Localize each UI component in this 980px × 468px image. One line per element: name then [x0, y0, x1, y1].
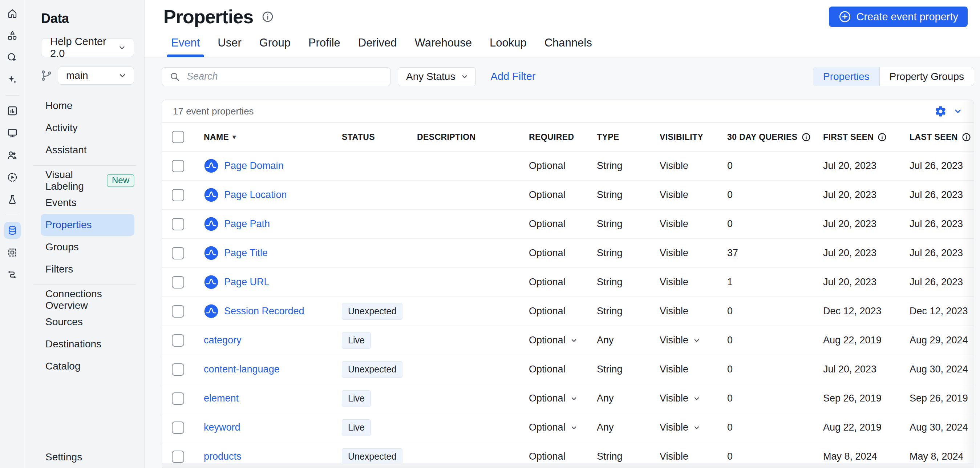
tab-derived[interactable]: Derived: [358, 36, 397, 57]
cell-dropdown[interactable]: Visible: [660, 422, 701, 433]
sidebar-item-catalog[interactable]: Catalog: [41, 355, 134, 377]
property-name-link[interactable]: keyword: [204, 422, 240, 433]
row-checkbox[interactable]: [172, 392, 184, 405]
type-cell: Any: [587, 422, 650, 433]
click-tracking-icon[interactable]: [4, 49, 21, 66]
view-toggle-property-groups[interactable]: Property Groups: [880, 67, 974, 86]
tab-profile[interactable]: Profile: [309, 36, 340, 57]
table-row-page-title: Page TitleOptionalStringVisible37Jul 20,…: [162, 239, 974, 268]
column-header-name[interactable]: NAME▾: [194, 132, 332, 142]
info-icon[interactable]: [961, 132, 971, 142]
first-seen-cell: Jul 20, 2023: [813, 364, 900, 375]
property-name-link[interactable]: Page Path: [204, 216, 270, 231]
status-filter-dropdown[interactable]: Any Status: [398, 67, 476, 86]
visibility-cell: Visible: [650, 335, 718, 346]
add-filter-link[interactable]: Add Filter: [490, 70, 535, 83]
sidebar-item-sources[interactable]: Sources: [41, 311, 134, 333]
tab-event[interactable]: Event: [171, 36, 200, 57]
sidebar-item-visual-labeling[interactable]: Visual LabelingNew: [41, 170, 134, 191]
sidebar-item-settings[interactable]: Settings: [45, 451, 144, 463]
project-selector[interactable]: Help Center 2.0: [41, 38, 134, 57]
project-selector-value: Help Center 2.0: [50, 36, 118, 60]
search-input[interactable]: [187, 71, 383, 82]
sidebar-item-events[interactable]: Events: [41, 192, 134, 214]
cell-dropdown[interactable]: Visible: [660, 335, 701, 346]
table-settings-gear-icon[interactable]: [934, 105, 947, 118]
sidebar-item-destinations[interactable]: Destinations: [41, 333, 134, 355]
property-name-link[interactable]: category: [204, 335, 242, 346]
property-name-link[interactable]: content-language: [204, 364, 280, 375]
type-cell: String: [587, 160, 650, 172]
users-icon[interactable]: [4, 147, 21, 164]
table-settings-chevron-icon[interactable]: [953, 106, 963, 116]
visibility-cell: Visible: [650, 364, 718, 375]
canvas-frame-icon[interactable]: [4, 244, 21, 261]
property-name-link[interactable]: Page Location: [204, 188, 287, 202]
row-checkbox[interactable]: [172, 276, 184, 288]
charts-icon[interactable]: [4, 102, 21, 119]
row-checkbox[interactable]: [172, 218, 184, 230]
connections-route-icon[interactable]: [4, 266, 21, 283]
cell-dropdown[interactable]: Optional: [529, 422, 578, 433]
sidebar-item-label: Home: [45, 100, 73, 111]
select-all-checkbox[interactable]: [172, 131, 184, 143]
row-checkbox[interactable]: [172, 247, 184, 259]
row-checkbox[interactable]: [172, 160, 184, 172]
status-badge: Unexpected: [342, 361, 402, 378]
cell-dropdown[interactable]: Optional: [529, 393, 578, 404]
row-checkbox[interactable]: [172, 334, 184, 347]
shapes-icon[interactable]: [4, 27, 21, 44]
property-type-tabs: EventUserGroupProfileDerivedWarehouseLoo…: [164, 36, 968, 57]
row-checkbox[interactable]: [172, 305, 184, 318]
tab-lookup[interactable]: Lookup: [490, 36, 527, 57]
sidebar-item-activity[interactable]: Activity: [41, 117, 134, 139]
create-event-property-button[interactable]: Create event property: [829, 6, 968, 27]
visibility-cell: Visible: [650, 451, 718, 462]
content-area: Any Status Add Filter PropertiesProperty…: [145, 57, 980, 468]
property-name-link[interactable]: element: [204, 393, 239, 404]
sidebar-item-filters[interactable]: Filters: [41, 258, 134, 280]
page-title-info-icon[interactable]: [261, 10, 274, 23]
cell-dropdown[interactable]: Visible: [660, 393, 701, 404]
experiment-flask-icon[interactable]: [4, 191, 21, 208]
property-name-link[interactable]: products: [204, 451, 242, 462]
tab-user[interactable]: User: [218, 36, 241, 57]
sidebar-item-label: Properties: [45, 219, 92, 231]
tab-group[interactable]: Group: [259, 36, 291, 57]
property-name-link[interactable]: Page URL: [204, 275, 269, 290]
type-cell: String: [587, 364, 650, 375]
info-icon[interactable]: [877, 132, 887, 142]
row-checkbox[interactable]: [172, 450, 184, 463]
app-icon-rail: [0, 0, 25, 468]
chevron-down-icon: [118, 43, 126, 53]
info-icon[interactable]: [801, 132, 811, 142]
property-name-link[interactable]: Page Domain: [204, 158, 284, 174]
sidebar-item-home[interactable]: Home: [41, 95, 134, 117]
branch-selector[interactable]: main: [58, 67, 134, 85]
sidebar-item-assistant[interactable]: Assistant: [41, 139, 134, 161]
visibility-cell: Visible: [650, 422, 718, 433]
amplitude-default-property-icon: [204, 188, 219, 202]
row-checkbox[interactable]: [172, 189, 184, 201]
status-cell: Live: [332, 390, 407, 407]
sidebar-item-properties[interactable]: Properties: [41, 214, 134, 236]
required-cell: Optional: [519, 218, 587, 230]
data-database-icon[interactable]: [4, 222, 21, 239]
sidebar-item-connections-overview[interactable]: Connections Overview: [41, 289, 134, 310]
home-icon[interactable]: [4, 5, 21, 22]
cell-dropdown[interactable]: Optional: [529, 335, 578, 346]
chevron-down-icon: [693, 395, 701, 403]
session-replay-icon[interactable]: [4, 169, 21, 186]
sidebar-item-groups[interactable]: Groups: [41, 236, 134, 258]
sparkles-icon[interactable]: [4, 72, 21, 88]
first-seen-cell: Jul 20, 2023: [813, 218, 900, 230]
tab-channels[interactable]: Channels: [544, 36, 592, 57]
property-name-link[interactable]: Session Recorded: [204, 304, 304, 319]
horizontal-scrollbar[interactable]: [162, 463, 974, 468]
monitor-icon[interactable]: [4, 125, 21, 141]
view-toggle-properties[interactable]: Properties: [813, 67, 880, 86]
tab-warehouse[interactable]: Warehouse: [415, 36, 472, 57]
row-checkbox[interactable]: [172, 363, 184, 376]
row-checkbox[interactable]: [172, 422, 184, 434]
property-name-link[interactable]: Page Title: [204, 246, 268, 261]
